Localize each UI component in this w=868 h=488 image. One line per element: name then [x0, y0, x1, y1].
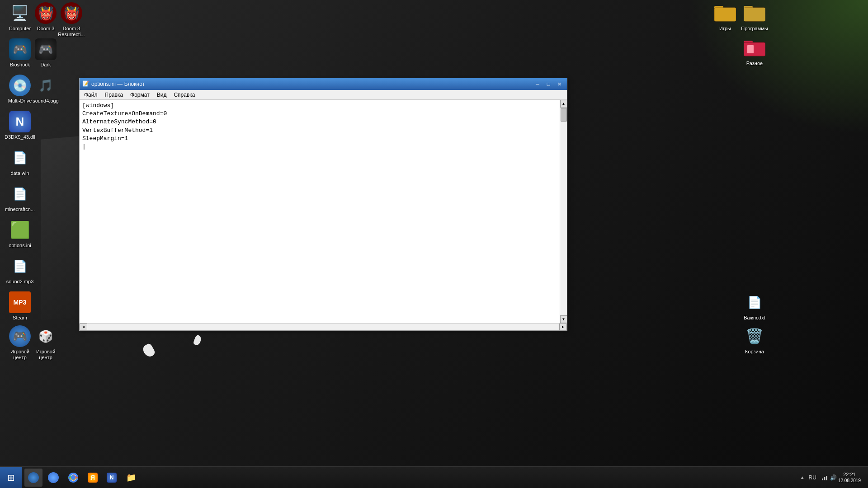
taskbar-blue-icon — [48, 472, 59, 483]
window-title-text: options.ini — Блокнот — [91, 81, 533, 87]
doom3r-icon: 👹 — [61, 2, 82, 24]
vazhno-icon: 📄 — [744, 291, 765, 313]
cursor-blob-1 — [141, 343, 156, 358]
doom3-label: Doom 3 — [37, 26, 55, 32]
scroll-track-vertical — [560, 108, 567, 315]
notepad-text-area[interactable]: [windows] CreateTexturesOnDemand=0 Alter… — [80, 100, 560, 323]
tray-clock[interactable]: 22:21 12.08.2019 — [838, 471, 861, 483]
window-titlebar[interactable]: 📝 options.ini — Блокнот ─ □ ✕ — [80, 78, 567, 90]
vertical-scrollbar[interactable]: ▲ ▼ — [560, 100, 567, 323]
desktop-icon-korzina[interactable]: 🗑️ Корзина — [738, 325, 771, 355]
programmy-icon — [744, 2, 765, 24]
tray-time-value: 22:21 — [838, 471, 861, 478]
desktop-icon-programmy[interactable]: Программы — [738, 2, 771, 32]
tray-date-value: 12.08.2019 — [838, 478, 861, 483]
desktop-icon-datawin[interactable]: 📄 minecraftcn... — [4, 183, 36, 212]
korzina-label: Корзина — [745, 349, 764, 355]
igrovoi-label: Игровойцентр — [36, 349, 55, 361]
menu-edit[interactable]: Правка — [101, 91, 127, 99]
datawin-label: minecraftcn... — [5, 206, 35, 212]
svg-rect-14 — [824, 477, 825, 480]
tray-show-hidden[interactable]: ▲ — [798, 473, 807, 482]
sound4-icon: 🎵 — [35, 75, 57, 96]
scroll-track-horizontal — [87, 324, 559, 330]
menu-file[interactable]: Файл — [80, 91, 101, 99]
taskbar-explorer-icon: 📁 — [126, 472, 137, 483]
tray-language[interactable]: RU — [809, 474, 816, 481]
desktop-icon-vazhno[interactable]: 📄 Важно.txt — [738, 291, 771, 321]
windows-logo-icon: ⊞ — [7, 472, 15, 483]
scroll-thumb-vertical[interactable] — [561, 108, 567, 122]
desktop-icon-dark[interactable]: 🎮 Dark — [29, 38, 62, 68]
horizontal-scrollbar[interactable]: ◄ ► — [80, 323, 567, 330]
taskbar: ⊞ — [0, 466, 868, 488]
notepad-window: 📝 options.ini — Блокнот ─ □ ✕ Файл Правк… — [79, 78, 567, 331]
desktop-icon-d3dx9[interactable]: 📄 data.win — [4, 147, 36, 176]
scroll-right-button[interactable]: ► — [559, 324, 567, 331]
taskbar-item-chrome[interactable] — [64, 469, 82, 487]
steam-icon: 🎮 — [9, 325, 31, 347]
computer-icon: 🖥️ — [9, 2, 31, 24]
desktop-icon-optionsini[interactable]: 📄 sound2.mp3 — [4, 255, 36, 285]
taskbar-nox-icon: N — [107, 473, 117, 483]
doom3r-label: Doom 3Resurrecti... — [58, 26, 85, 38]
d3dx9-label: data.win — [11, 170, 29, 176]
svg-rect-0 — [714, 8, 736, 21]
minecraft-label: options.ini — [9, 243, 31, 249]
window-controls: ─ □ ✕ — [533, 80, 564, 89]
desktop-icon-doom3r[interactable]: 👹 Doom 3Resurrecti... — [55, 2, 88, 38]
raznoe-icon — [744, 37, 765, 59]
system-tray: ▲ RU 🔊 22:21 12.08.2019 — [794, 467, 868, 488]
computer-label: Computer — [9, 26, 31, 32]
desktop-icon-nox[interactable]: N D3DX9_43.dll — [4, 111, 36, 140]
igry-label: Игры — [719, 26, 731, 32]
taskbar-chrome-icon — [68, 472, 79, 483]
taskbar-item-nox[interactable]: N — [103, 469, 120, 487]
raznoe-label: Разное — [746, 61, 763, 66]
sound2mp3-icon: MP3 — [9, 291, 31, 313]
desktop-icon-igrovoi[interactable]: 🎲 Игровойцентр — [29, 325, 62, 361]
menu-help[interactable]: Справка — [170, 91, 198, 99]
desktop: 🖥️ Computer 👹 Doom 3 👹 Doom 3Resurrecti.… — [0, 0, 868, 488]
notepad-title-icon: 📝 — [82, 80, 90, 88]
taskbar-item-explorer[interactable]: 📁 — [122, 469, 140, 487]
svg-point-12 — [71, 475, 75, 480]
window-content: [windows] CreateTexturesOnDemand=0 Alter… — [80, 100, 567, 323]
tray-network-icon[interactable] — [820, 473, 829, 482]
tray-sound-icon[interactable]: 🔊 — [829, 473, 838, 482]
nox-label: D3DX9_43.dll — [5, 134, 35, 140]
minimize-button[interactable]: ─ — [533, 80, 542, 89]
dark-label: Dark — [40, 62, 51, 68]
datawin-icon: 📄 — [9, 183, 31, 205]
svg-rect-15 — [826, 476, 827, 480]
desktop-icon-raznoe[interactable]: Разное — [738, 37, 771, 66]
taskbar-item-steam[interactable] — [24, 469, 42, 487]
start-button[interactable]: ⊞ — [0, 467, 22, 488]
sound4-label: sound4.ogg — [33, 98, 59, 104]
desktop-icon-minecraft[interactable]: 🟩 options.ini — [4, 219, 36, 249]
multidrive-icon: 💿 — [9, 75, 31, 96]
minecraft-icon: 🟩 — [9, 219, 31, 241]
svg-rect-6 — [744, 42, 765, 56]
d3dx9-icon: 📄 — [9, 147, 31, 169]
igry-icon — [714, 2, 736, 24]
desktop-icon-sound4[interactable]: 🎵 sound4.ogg — [29, 75, 62, 104]
desktop-icon-sound2mp3[interactable]: MP3 Steam — [4, 291, 36, 321]
bioshock-icon: 🎮 — [9, 38, 31, 60]
taskbar-item-yandex[interactable]: Я — [84, 469, 101, 487]
scroll-up-button[interactable]: ▲ — [560, 100, 567, 108]
optionsini-label: sound2.mp3 — [6, 279, 34, 285]
svg-rect-13 — [822, 479, 823, 480]
maximize-button[interactable]: □ — [543, 80, 553, 89]
sound2mp3-label: Steam — [13, 315, 27, 321]
scroll-left-button[interactable]: ◄ — [80, 324, 87, 331]
menu-view[interactable]: Вид — [153, 91, 170, 99]
scroll-down-button[interactable]: ▼ — [560, 315, 567, 323]
close-button[interactable]: ✕ — [554, 80, 564, 89]
desktop-icon-igry[interactable]: Игры — [709, 2, 741, 32]
taskbar-steam-icon — [28, 472, 39, 483]
taskbar-yandex-icon: Я — [88, 473, 98, 483]
nox-icon: N — [9, 111, 31, 132]
taskbar-item-blue[interactable] — [44, 469, 62, 487]
menu-format[interactable]: Формат — [127, 91, 153, 99]
